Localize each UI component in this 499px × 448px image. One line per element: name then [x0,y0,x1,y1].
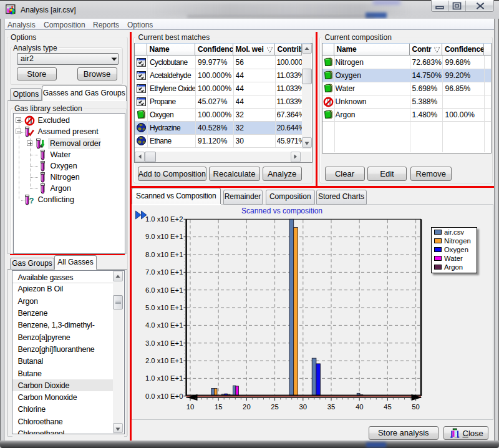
svg-text:35: 35 [327,403,336,411]
svg-text:5.0 x10 E+1: 5.0 x10 E+1 [145,304,183,311]
svg-text:2.0 x10 E+1: 2.0 x10 E+1 [145,357,183,364]
svg-text:50: 50 [412,403,420,411]
svg-text:8.0 x10 E+1: 8.0 x10 E+1 [145,251,183,258]
svg-text:15: 15 [215,403,223,411]
svg-text:30: 30 [299,403,308,411]
svg-text:0.0 x10 E+0: 0.0 x10 E+0 [145,392,183,400]
svg-text:7.0 x10 E+1: 7.0 x10 E+1 [145,268,183,276]
svg-text:1.0 x10 E+2: 1.0 x10 E+2 [145,215,183,223]
svg-text:10: 10 [187,403,195,411]
svg-text:Scanned vs composition: Scanned vs composition [241,207,322,215]
svg-text:3.0 x10 E+1: 3.0 x10 E+1 [145,339,183,347]
svg-text:1.0 x10 E+1: 1.0 x10 E+1 [145,374,183,382]
svg-text:4.0 x10 E+1: 4.0 x10 E+1 [145,321,183,329]
svg-text:25: 25 [271,403,279,411]
svg-text:20: 20 [243,403,251,411]
svg-text:9.0 x10 E+1: 9.0 x10 E+1 [145,233,183,240]
svg-text:6.0 x10 E+1: 6.0 x10 E+1 [145,286,183,294]
svg-text:45: 45 [384,403,392,411]
svg-text:40: 40 [356,403,364,411]
svg-text:?: ? [29,196,34,205]
